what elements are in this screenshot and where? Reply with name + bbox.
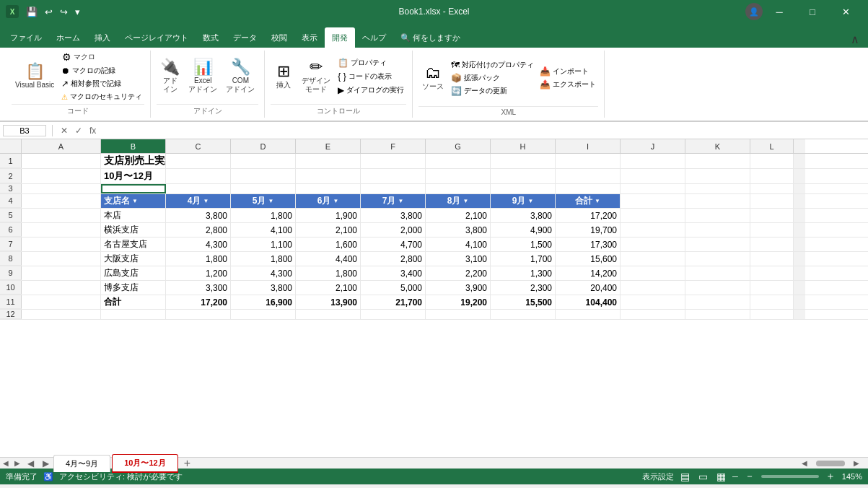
cell-b9[interactable]: 広島支店 — [101, 266, 166, 280]
cell-b6[interactable]: 横浜支店 — [101, 223, 166, 237]
cell-d5[interactable]: 1,800 — [231, 209, 296, 222]
h-scroll-thumb[interactable] — [816, 461, 845, 466]
cell-d3[interactable] — [231, 184, 296, 193]
cell-a8[interactable] — [22, 252, 101, 266]
excel-addin-button[interactable]: 📊 Excelアドイン — [185, 57, 221, 96]
sheet-nav-right[interactable]: ▶ — [38, 457, 53, 470]
cancel-formula-button[interactable]: ✕ — [58, 125, 70, 136]
cell-e7[interactable]: 1,600 — [296, 238, 361, 251]
view-preview-button[interactable]: ▦ — [714, 471, 728, 482]
cell-e9[interactable]: 1,800 — [296, 266, 361, 280]
row-number-11[interactable]: 11 — [0, 295, 22, 309]
col-header-g[interactable]: G — [426, 139, 491, 153]
cell-c5[interactable]: 3,800 — [166, 209, 231, 222]
cell-e3[interactable] — [296, 184, 361, 193]
cell-b7[interactable]: 名古屋支店 — [101, 238, 166, 251]
cell-f11[interactable]: 21,700 — [361, 295, 426, 309]
cell-c2[interactable] — [166, 169, 231, 183]
cell-a6[interactable] — [22, 223, 101, 237]
col-header-b[interactable]: B — [101, 139, 166, 153]
cell-i5[interactable]: 17,200 — [556, 209, 621, 222]
col-header-l[interactable]: L — [750, 139, 794, 153]
cell-k9[interactable] — [685, 266, 750, 280]
cell-i3[interactable] — [556, 184, 621, 193]
cell-d1[interactable] — [231, 154, 296, 168]
tab-insert[interactable]: 挿入 — [87, 27, 118, 48]
cell-l8[interactable] — [750, 252, 794, 266]
cell-l10[interactable] — [750, 281, 794, 295]
cell-l4[interactable] — [750, 194, 794, 208]
cell-j7[interactable] — [621, 238, 685, 251]
cell-l3[interactable] — [750, 184, 794, 193]
cell-b5[interactable]: 本店 — [101, 209, 166, 222]
refresh-data-button[interactable]: 🔄 データの更新 — [449, 85, 536, 97]
cell-g2[interactable] — [426, 169, 491, 183]
close-button[interactable]: ✕ — [829, 0, 862, 23]
cell-k5[interactable] — [685, 209, 750, 222]
design-mode-button[interactable]: ✏ デザインモード — [298, 57, 334, 96]
cell-a1[interactable] — [22, 154, 101, 168]
view-code-button[interactable]: { } コードの表示 — [336, 71, 406, 82]
tab-developer[interactable]: 開発 — [325, 27, 355, 48]
cell-j1[interactable] — [621, 154, 685, 168]
cell-f6[interactable]: 2,000 — [361, 223, 426, 237]
cell-l11[interactable] — [750, 295, 794, 309]
insert-function-button[interactable]: fx — [87, 125, 98, 136]
cell-g9[interactable]: 2,200 — [426, 266, 491, 280]
scroll-left-button[interactable]: ◀ — [0, 459, 12, 467]
cell-a2[interactable] — [22, 169, 101, 183]
cell-e8[interactable]: 4,400 — [296, 252, 361, 266]
cell-f12[interactable] — [361, 310, 426, 319]
cell-d4[interactable]: 5月▼ — [231, 194, 296, 208]
cell-b10[interactable]: 博多支店 — [101, 281, 166, 295]
cell-e11[interactable]: 13,900 — [296, 295, 361, 309]
cell-f1[interactable] — [361, 154, 426, 168]
cell-j11[interactable] — [621, 295, 685, 309]
cell-b8[interactable]: 大阪支店 — [101, 252, 166, 266]
cell-k3[interactable] — [685, 184, 750, 193]
col-header-a[interactable]: A — [22, 139, 101, 153]
undo-button[interactable]: ↩ — [42, 5, 56, 19]
cell-j2[interactable] — [621, 169, 685, 183]
import-button[interactable]: 📥 インポート — [538, 66, 598, 77]
cell-h10[interactable]: 2,300 — [491, 281, 556, 295]
tab-page-layout[interactable]: ページレイアウト — [118, 27, 196, 48]
h-scroll-left[interactable]: ◀ — [799, 459, 810, 467]
cell-d8[interactable]: 1,800 — [231, 252, 296, 266]
cell-i11[interactable]: 104,400 — [556, 295, 621, 309]
cell-f2[interactable] — [361, 169, 426, 183]
row-number-6[interactable]: 6 — [0, 223, 22, 237]
cell-h2[interactable] — [491, 169, 556, 183]
cell-i6[interactable]: 19,700 — [556, 223, 621, 237]
cell-a7[interactable] — [22, 238, 101, 251]
row-number-9[interactable]: 9 — [0, 266, 22, 280]
map-props-button[interactable]: 🗺 対応付けのプロパティ — [449, 59, 536, 71]
view-layout-button[interactable]: ▭ — [696, 471, 710, 482]
customize-button[interactable]: ▾ — [72, 5, 83, 19]
ribbon-collapse-button[interactable]: ∧ — [848, 31, 862, 48]
cell-c12[interactable] — [166, 310, 231, 319]
zoom-in-button[interactable]: ＋ — [823, 470, 838, 483]
cell-h11[interactable]: 15,500 — [491, 295, 556, 309]
cell-d2[interactable] — [231, 169, 296, 183]
cell-l6[interactable] — [750, 223, 794, 237]
cell-b2[interactable]: 10月〜12月 — [101, 169, 166, 183]
cell-k11[interactable] — [685, 295, 750, 309]
cell-d6[interactable]: 4,100 — [231, 223, 296, 237]
add-sheet-button[interactable]: + — [180, 456, 195, 471]
cell-f9[interactable]: 3,400 — [361, 266, 426, 280]
cell-a9[interactable] — [22, 266, 101, 280]
redo-button[interactable]: ↪ — [57, 5, 71, 19]
sheet-nav-left[interactable]: ◀ — [23, 457, 38, 470]
cell-c1[interactable] — [166, 154, 231, 168]
cell-a10[interactable] — [22, 281, 101, 295]
cell-c9[interactable]: 1,200 — [166, 266, 231, 280]
cell-g1[interactable] — [426, 154, 491, 168]
cell-j4[interactable] — [621, 194, 685, 208]
tab-data[interactable]: データ — [226, 27, 264, 48]
cell-k10[interactable] — [685, 281, 750, 295]
tab-search[interactable]: 🔍 何をしますか — [393, 27, 468, 48]
cell-j8[interactable] — [621, 252, 685, 266]
cell-j10[interactable] — [621, 281, 685, 295]
expand-pack-button[interactable]: 📦 拡張パック — [449, 72, 536, 84]
